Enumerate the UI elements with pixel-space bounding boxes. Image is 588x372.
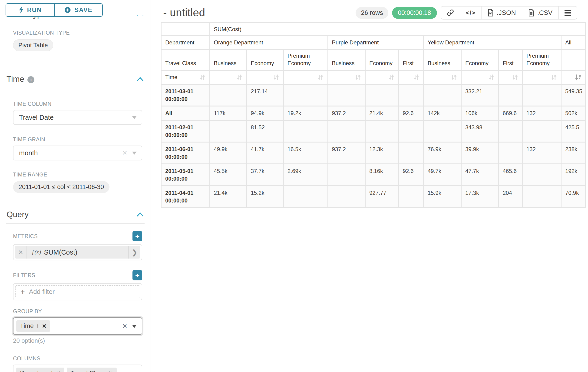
- travel-class-header: Premium Economy: [284, 49, 328, 70]
- clear-icon[interactable]: ✕: [122, 322, 127, 330]
- info-icon[interactable]: i: [37, 323, 39, 330]
- time-range-label: TIME RANGE: [13, 171, 142, 178]
- pivot-table: SUM(Cost)DepartmentOrange DepartmentPurp…: [161, 22, 586, 208]
- value-cell: [523, 186, 561, 208]
- value-cell: 92.6: [399, 106, 424, 120]
- clear-icon[interactable]: ✕: [122, 149, 127, 157]
- sort-header[interactable]: [499, 70, 523, 84]
- value-cell: [523, 84, 561, 106]
- columns-tag-travel-class[interactable]: Travel Class ✕: [67, 368, 117, 372]
- time-sort-header[interactable]: Time: [161, 70, 210, 84]
- info-icon[interactable]: i: [27, 76, 34, 83]
- link-icon: [447, 9, 454, 16]
- remove-metric-icon[interactable]: ✕: [15, 246, 27, 258]
- time-column-value: Travel Date: [19, 114, 54, 121]
- travel-class-header: Business: [328, 49, 365, 70]
- value-cell: [399, 186, 424, 208]
- metric-pill[interactable]: ✕ ƒ(x) SUM(Cost) ❯: [15, 246, 140, 258]
- sort-header[interactable]: [247, 70, 284, 84]
- chevron-up-icon[interactable]: [137, 77, 144, 81]
- value-cell: 70.9k: [561, 186, 586, 208]
- group-by-options-hint: 20 option(s): [13, 337, 142, 344]
- remove-tag-icon[interactable]: ✕: [42, 323, 46, 329]
- add-filter-plus-button[interactable]: +: [133, 270, 142, 280]
- chevron-down-icon: [132, 152, 137, 155]
- chart-canvas: - untitled 26 rows 00:00:00.18 </>: [151, 0, 588, 372]
- value-cell: [210, 84, 247, 106]
- export-csv-button[interactable]: .CSV: [522, 7, 558, 19]
- sort-header[interactable]: [284, 70, 328, 84]
- travel-class-header: First: [399, 49, 424, 70]
- table-row: 2011-03-01 00:00:00217.14332.21549.35: [161, 84, 586, 106]
- table-row: 2011-05-01 00:00:0045.5k37.7k2.69k8.16k9…: [161, 164, 586, 186]
- value-cell: 332.21: [461, 84, 499, 106]
- sort-header[interactable]: [365, 70, 399, 84]
- add-metric-button[interactable]: +: [133, 231, 142, 241]
- group-by-label: GROUP BY: [13, 308, 142, 315]
- time-row-label: Time: [165, 74, 177, 81]
- row-label: 2011-06-01 00:00:00: [161, 142, 210, 164]
- add-filter-label: Add filter: [29, 288, 55, 296]
- table-row: All117k94.9k19.2k937.221.4k92.6142k106k6…: [161, 106, 586, 120]
- department-group-header: Purple Department: [328, 36, 424, 49]
- chevron-up-icon[interactable]: [137, 212, 144, 217]
- metric-container: ✕ ƒ(x) SUM(Cost) ❯: [13, 244, 142, 260]
- value-cell: 49.9k: [210, 142, 247, 164]
- query-timer-badge: 00:00:00.18: [392, 7, 437, 19]
- value-cell: 8.16k: [365, 164, 399, 186]
- share-link-button[interactable]: [441, 7, 460, 19]
- value-cell: [328, 164, 365, 186]
- value-cell: 81.52: [247, 120, 284, 142]
- travel-class-header: Premium Economy: [523, 49, 561, 70]
- value-cell: 21.4k: [365, 106, 399, 120]
- value-cell: [499, 120, 523, 142]
- value-cell: 16.5k: [284, 142, 328, 164]
- group-by-tag-time[interactable]: Time i ✕: [16, 320, 50, 332]
- row-label: 2011-03-01 00:00:00: [161, 84, 210, 106]
- value-cell: 142k: [424, 106, 461, 120]
- view-query-button[interactable]: </>: [460, 7, 481, 19]
- value-cell: 37.7k: [247, 164, 284, 186]
- add-filter-button[interactable]: + Add filter: [15, 285, 140, 298]
- time-column-select[interactable]: Travel Date: [13, 110, 142, 125]
- visualization-type-label: VISUALIZATION TYPE: [13, 30, 142, 36]
- value-cell: [284, 186, 328, 208]
- page-title[interactable]: - untitled: [163, 6, 205, 19]
- value-cell: [284, 120, 328, 142]
- time-grain-value: month: [19, 149, 38, 157]
- remove-tag-icon[interactable]: ✕: [56, 370, 61, 372]
- save-button[interactable]: SAVE: [54, 4, 102, 16]
- value-cell: [210, 120, 247, 142]
- value-cell: 49.7k: [424, 164, 461, 186]
- section-divider: [6, 88, 145, 88]
- remove-tag-icon[interactable]: ✕: [108, 370, 113, 372]
- sort-header[interactable]: [424, 70, 461, 84]
- plus-icon: +: [21, 288, 25, 296]
- control-panel: Chart Type RUN SAVE VISUALIZATION TYPE: [0, 0, 151, 372]
- sort-header[interactable]: [523, 70, 561, 84]
- time-range-pill[interactable]: 2011-01-01 ≤ col < 2011-06-30: [13, 181, 109, 193]
- visualization-type-pill[interactable]: Pivot Table: [13, 39, 53, 51]
- group-by-select[interactable]: Time i ✕ ✕: [13, 317, 142, 335]
- sort-header[interactable]: [399, 70, 424, 84]
- sort-header[interactable]: [328, 70, 365, 84]
- chevron-right-icon[interactable]: ❯: [128, 246, 140, 258]
- more-options-button[interactable]: [558, 7, 577, 19]
- value-cell: 192k: [561, 164, 586, 186]
- sort-header[interactable]: [210, 70, 247, 84]
- run-button[interactable]: RUN: [6, 4, 54, 16]
- sort-header[interactable]: [461, 70, 499, 84]
- sort-header-active[interactable]: [561, 70, 586, 84]
- value-cell: 106k: [461, 106, 499, 120]
- columns-tag-department[interactable]: Department ✕: [16, 368, 64, 372]
- value-cell: [424, 84, 461, 106]
- value-cell: [424, 120, 461, 142]
- time-grain-select[interactable]: month ✕: [13, 146, 142, 160]
- value-cell: 39.9k: [461, 142, 499, 164]
- csv-file-icon: [528, 9, 535, 17]
- code-icon: </>: [466, 9, 475, 17]
- export-json-button[interactable]: .JSON: [481, 7, 522, 19]
- corner-cell: [161, 23, 210, 36]
- columns-select[interactable]: Department ✕ Travel Class ✕ ✕: [13, 365, 142, 372]
- value-cell: [284, 84, 328, 106]
